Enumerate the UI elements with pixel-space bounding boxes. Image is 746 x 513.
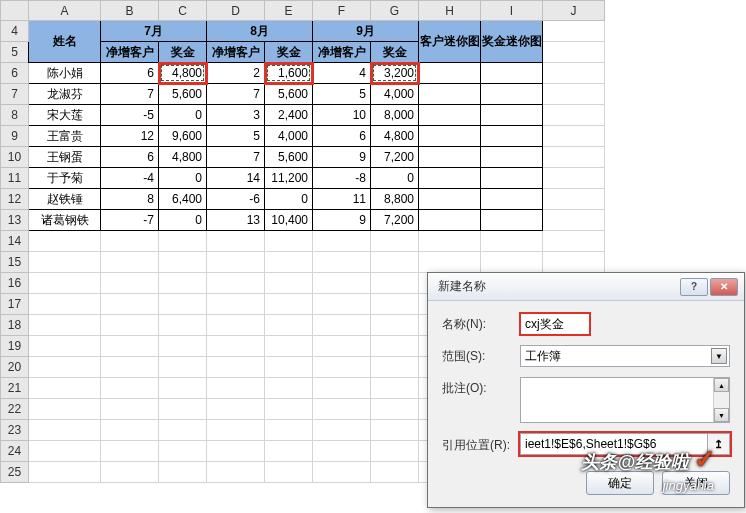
row-header-9[interactable]: 9 — [1, 126, 29, 147]
row-header-23[interactable]: 23 — [1, 420, 29, 441]
row-header-20[interactable]: 20 — [1, 357, 29, 378]
cell[interactable] — [265, 252, 313, 273]
cell[interactable] — [481, 105, 543, 126]
cell[interactable] — [419, 252, 481, 273]
col-D[interactable]: D — [207, 1, 265, 21]
cell[interactable]: 4,000 — [265, 126, 313, 147]
cell[interactable] — [29, 336, 101, 357]
cell[interactable] — [371, 462, 419, 483]
cell[interactable] — [29, 252, 101, 273]
cell[interactable] — [101, 252, 159, 273]
cell[interactable] — [207, 357, 265, 378]
row-header-13[interactable]: 13 — [1, 210, 29, 231]
cell[interactable]: 5,600 — [265, 147, 313, 168]
cell[interactable] — [419, 231, 481, 252]
col-B[interactable]: B — [101, 1, 159, 21]
close-button[interactable]: ✕ — [710, 278, 738, 296]
sub-header[interactable]: 净增客户 — [313, 42, 371, 63]
cell[interactable]: 6 — [313, 126, 371, 147]
cell[interactable] — [265, 462, 313, 483]
cell[interactable] — [159, 378, 207, 399]
cell[interactable]: 4,800 — [159, 63, 207, 84]
cell[interactable] — [371, 252, 419, 273]
cell[interactable] — [543, 210, 605, 231]
cell[interactable]: 0 — [371, 168, 419, 189]
cell[interactable]: 8,000 — [371, 105, 419, 126]
row-header-6[interactable]: 6 — [1, 63, 29, 84]
cell[interactable] — [159, 357, 207, 378]
header-month-7[interactable]: 7月 — [101, 21, 207, 42]
cell[interactable]: 10,400 — [265, 210, 313, 231]
cell[interactable] — [101, 294, 159, 315]
scrollbar[interactable]: ▲ ▼ — [713, 378, 729, 422]
row-header-25[interactable]: 25 — [1, 462, 29, 483]
cell[interactable]: 2 — [207, 63, 265, 84]
cell[interactable] — [159, 252, 207, 273]
cell[interactable]: 6 — [101, 147, 159, 168]
cell[interactable] — [265, 357, 313, 378]
cell[interactable]: 3,200 — [371, 63, 419, 84]
cell[interactable] — [159, 231, 207, 252]
row-header-22[interactable]: 22 — [1, 399, 29, 420]
col-J[interactable]: J — [543, 1, 605, 21]
cell[interactable] — [481, 126, 543, 147]
cell[interactable] — [29, 273, 101, 294]
cell[interactable]: 5 — [313, 84, 371, 105]
cell[interactable]: 9 — [313, 147, 371, 168]
cell[interactable] — [29, 462, 101, 483]
cell[interactable]: 4 — [313, 63, 371, 84]
cell[interactable] — [29, 399, 101, 420]
cell[interactable] — [313, 294, 371, 315]
row-header-16[interactable]: 16 — [1, 273, 29, 294]
cell[interactable]: 7,200 — [371, 210, 419, 231]
col-I[interactable]: I — [481, 1, 543, 21]
cell[interactable] — [207, 462, 265, 483]
cell[interactable] — [543, 252, 605, 273]
cell[interactable] — [29, 441, 101, 462]
cell[interactable] — [159, 273, 207, 294]
row-header-7[interactable]: 7 — [1, 84, 29, 105]
cell[interactable]: 0 — [265, 189, 313, 210]
cell[interactable] — [207, 336, 265, 357]
cell[interactable] — [101, 315, 159, 336]
cell[interactable]: 0 — [159, 168, 207, 189]
cell[interactable]: -6 — [207, 189, 265, 210]
cell[interactable] — [313, 441, 371, 462]
cell[interactable]: 7 — [207, 147, 265, 168]
col-E[interactable]: E — [265, 1, 313, 21]
header-name[interactable]: 姓名 — [29, 21, 101, 63]
cell[interactable]: 10 — [313, 105, 371, 126]
sub-header[interactable]: 奖金 — [371, 42, 419, 63]
cell[interactable] — [419, 63, 481, 84]
cell[interactable] — [313, 252, 371, 273]
cell[interactable]: 14 — [207, 168, 265, 189]
cell-name[interactable]: 龙淑芬 — [29, 84, 101, 105]
cell[interactable]: 4,800 — [159, 147, 207, 168]
cell[interactable] — [29, 357, 101, 378]
row-header-12[interactable]: 12 — [1, 189, 29, 210]
scope-select[interactable]: 工作簿 ▼ — [520, 345, 730, 367]
cell[interactable] — [265, 336, 313, 357]
cell[interactable]: 7 — [207, 84, 265, 105]
col-C[interactable]: C — [159, 1, 207, 21]
cell[interactable] — [371, 231, 419, 252]
cell[interactable]: 8 — [101, 189, 159, 210]
cell[interactable] — [159, 420, 207, 441]
header-month-9[interactable]: 9月 — [313, 21, 419, 42]
cell[interactable] — [371, 420, 419, 441]
cell[interactable] — [265, 231, 313, 252]
cell[interactable]: 5,600 — [159, 84, 207, 105]
row-header-17[interactable]: 17 — [1, 294, 29, 315]
select-all-corner[interactable] — [1, 1, 29, 21]
cell[interactable] — [265, 420, 313, 441]
cell[interactable] — [207, 273, 265, 294]
cell[interactable]: 0 — [159, 210, 207, 231]
cell[interactable] — [481, 231, 543, 252]
cell-name[interactable]: 赵铁锤 — [29, 189, 101, 210]
cell[interactable] — [159, 399, 207, 420]
cell-name[interactable]: 王富贵 — [29, 126, 101, 147]
cell[interactable] — [371, 315, 419, 336]
ref-collapse-button[interactable]: ↥ — [708, 433, 730, 455]
cell[interactable] — [207, 378, 265, 399]
cell[interactable] — [101, 231, 159, 252]
